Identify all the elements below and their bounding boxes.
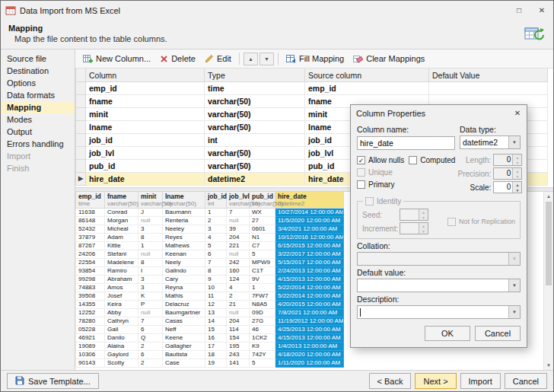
preview-cell[interactable]: 17 [205, 343, 227, 351]
preview-cell[interactable]: 19089 [76, 343, 105, 351]
preview-cell[interactable]: Mathis [163, 292, 205, 301]
preview-cell[interactable]: 6/15/2015 12:00:00 AM [275, 242, 344, 250]
preview-cell[interactable]: Ramiro [105, 267, 138, 276]
preview-cell[interactable]: 27 [250, 217, 275, 225]
preview-cell[interactable]: Galindo [163, 267, 205, 276]
preview-cell[interactable]: 3 [138, 284, 163, 292]
allow-nulls-checkbox[interactable]: ✓ Allow nulls [357, 154, 404, 166]
description-input[interactable]: ▼ [357, 305, 521, 319]
mapping-cell[interactable]: datetime2 [205, 173, 305, 186]
preview-cell[interactable]: WX [250, 209, 275, 217]
preview-cell[interactable]: 52432 [76, 225, 105, 234]
preview-cell[interactable]: 9V [250, 276, 275, 284]
preview-cell[interactable]: 13 [205, 309, 227, 317]
preview-cell[interactable]: Gail [105, 326, 138, 334]
preview-cell[interactable]: 5 [205, 242, 227, 250]
preview-cell[interactable]: 114 [227, 326, 250, 334]
preview-cell[interactable]: 4/15/2013 12:00:00 AM [275, 276, 344, 284]
mapping-cell[interactable]: varchar(50) [205, 95, 305, 108]
mapping-header-source-column[interactable]: Source column [305, 69, 429, 82]
preview-cell[interactable]: I [138, 267, 163, 276]
mapping-cell[interactable]: job_id [86, 134, 205, 147]
preview-cell[interactable]: 7FW7 [250, 292, 275, 301]
preview-cell[interactable]: 2 [138, 359, 163, 368]
preview-cell[interactable]: K [138, 292, 163, 301]
mapping-cell[interactable]: int [205, 134, 305, 147]
preview-cell[interactable]: Keira [105, 301, 138, 309]
import-button[interactable]: Import [460, 373, 501, 389]
preview-cell[interactable]: Baumann [163, 209, 205, 217]
preview-cell[interactable]: null [138, 250, 163, 259]
computed-checkbox[interactable]: Computed [409, 154, 455, 166]
preview-header-pub-id[interactable]: pub_idvarchar(50) [250, 192, 275, 209]
preview-cell[interactable]: 99298 [76, 276, 105, 284]
preview-cell[interactable]: 124 [227, 276, 250, 284]
scale-spinner[interactable]: 0 ▲▼ [493, 181, 522, 193]
preview-cell[interactable]: 3/4/2021 12:00:00 AM [275, 225, 344, 234]
move-up-button[interactable]: ▲ [244, 53, 258, 65]
preview-cell[interactable]: Neely [163, 259, 205, 267]
preview-cell[interactable]: P [138, 301, 163, 309]
preview-cell[interactable]: 5 [250, 250, 275, 259]
preview-cell[interactable]: 87267 [76, 242, 105, 250]
preview-cell[interactable]: null [227, 217, 250, 225]
preview-cell[interactable]: 05228 [76, 326, 105, 334]
preview-cell[interactable]: 1 [250, 284, 275, 292]
preview-cell[interactable]: 10 [205, 284, 227, 292]
preview-cell[interactable]: Casas [163, 317, 205, 326]
preview-cell[interactable]: 4 [205, 234, 227, 242]
preview-cell[interactable]: null [227, 309, 250, 317]
preview-cell[interactable]: 39508 [76, 292, 105, 301]
mapping-cell[interactable]: job_lvl [86, 147, 205, 160]
row-selector[interactable] [76, 134, 86, 147]
preview-cell[interactable]: 8 [205, 267, 227, 276]
preview-cell[interactable]: 11638 [76, 209, 105, 217]
preview-cell[interactable]: Micheal [105, 225, 138, 234]
mapping-cell[interactable]: fname [86, 95, 205, 108]
mapping-cell[interactable]: pub_id [86, 160, 205, 173]
edit-button[interactable]: Edit [200, 51, 236, 66]
preview-cell[interactable]: Amos [105, 284, 138, 292]
preview-cell[interactable]: Reyes [163, 234, 205, 242]
preview-cell[interactable]: 12 [205, 301, 227, 309]
column-name-input[interactable] [357, 136, 455, 150]
preview-cell[interactable]: 242 [227, 259, 250, 267]
sidebar-item-mapping[interactable]: Mapping [1, 102, 75, 113]
preview-cell[interactable]: Q [138, 334, 163, 343]
mapping-cell[interactable]: minit [86, 108, 205, 121]
preview-cell[interactable]: 39 [227, 225, 250, 234]
mapping-cell[interactable]: hire_date [86, 173, 205, 186]
preview-cell[interactable]: 7/8/2021 12:00:00 AM [275, 309, 344, 317]
next-button[interactable]: Next > [415, 373, 456, 389]
row-selector[interactable] [76, 108, 86, 121]
preview-cell[interactable]: Mathews [163, 242, 205, 250]
preview-cell[interactable]: 2 [227, 292, 250, 301]
ok-button[interactable]: OK [425, 326, 470, 341]
sidebar-item-errors-handling[interactable]: Errors handling [1, 139, 75, 150]
mapping-header-column[interactable]: Column [86, 69, 205, 82]
preview-cell[interactable]: 10306 [76, 351, 105, 359]
preview-cell[interactable]: 4/18/2020 12:00:00 AM [275, 351, 344, 359]
preview-cell[interactable]: C1T [250, 267, 275, 276]
preview-cell[interactable]: 14355 [76, 301, 105, 309]
preview-cell[interactable]: Cathryn [105, 317, 138, 326]
sidebar-item-destination[interactable]: Destination [1, 65, 75, 77]
maximize-button[interactable]: □ [508, 1, 530, 20]
preview-cell[interactable]: Case [163, 359, 205, 368]
scroll-up-icon[interactable]: ▲ [544, 192, 553, 201]
preview-cell[interactable]: Abby [105, 309, 138, 317]
preview-cell[interactable]: 21 [227, 301, 250, 309]
fill-mapping-button[interactable]: Fill Mapping [282, 51, 349, 66]
preview-cell[interactable]: 11 [205, 292, 227, 301]
preview-cell[interactable]: 8 [138, 259, 163, 267]
preview-cell[interactable]: 22554 [76, 259, 105, 267]
preview-cell[interactable]: Baumgartner [163, 309, 205, 317]
mapping-cell[interactable] [429, 82, 548, 95]
row-selector[interactable] [76, 82, 86, 95]
preview-cell[interactable]: 6 [205, 250, 227, 259]
preview-cell[interactable]: Scotty [105, 359, 138, 368]
row-selector[interactable] [76, 121, 86, 134]
dialog-cancel-button[interactable]: Cancel [475, 326, 521, 341]
preview-cell[interactable]: 7 [138, 317, 163, 326]
preview-cell[interactable]: 6 [138, 351, 163, 359]
